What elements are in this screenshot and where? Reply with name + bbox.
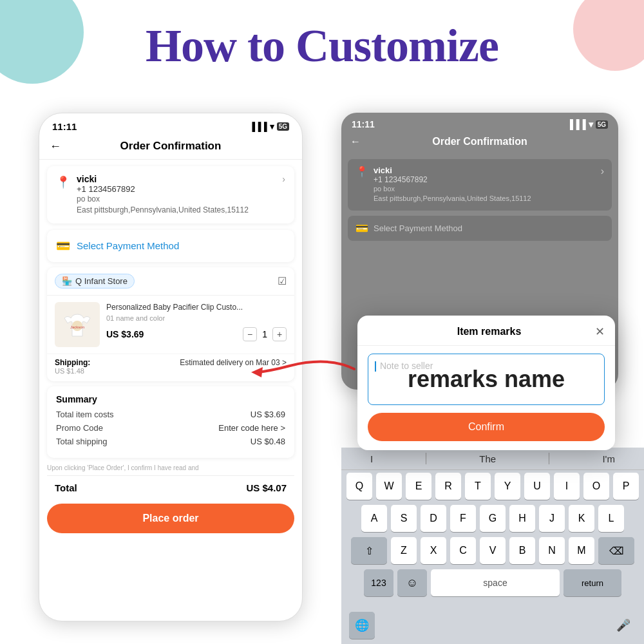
location-icon-left: 📍 (56, 175, 70, 189)
store-name-badge[interactable]: 🏪 Q Infant Store (55, 274, 135, 289)
back-arrow-left[interactable]: ← (50, 140, 61, 153)
key-i[interactable]: I (554, 473, 580, 500)
product-variant: 01 name and color (106, 314, 287, 322)
store-icon: 🏪 (62, 276, 72, 286)
blob-teal (0, 0, 84, 84)
promo-label: Promo Code (56, 423, 103, 433)
key-emoji[interactable]: ☺ (397, 569, 427, 596)
suggestion-divider-1 (426, 453, 426, 464)
network-icon: 5G (277, 122, 289, 131)
remarks-name-label: remarks name (408, 366, 565, 393)
key-b[interactable]: B (509, 537, 535, 564)
payment-icon-right: 💳 (355, 222, 368, 234)
close-icon[interactable]: ✕ (595, 325, 605, 339)
rp-address-phone: +1 1234567892 (374, 175, 531, 184)
back-arrow-right[interactable]: ← (350, 136, 361, 147)
svg-marker-3 (251, 367, 263, 377)
key-a[interactable]: A (361, 505, 387, 532)
chevron-right-rp: › (601, 166, 604, 177)
chevron-right-address-left: › (282, 174, 285, 184)
key-s[interactable]: S (391, 505, 417, 532)
address-location-left: East pittsburgh,Pennsylvania,United Stat… (77, 205, 249, 216)
note-icon[interactable]: ☑ (278, 275, 287, 287)
keyboard-row-1: Q W E R T Y U I O P (341, 470, 644, 502)
key-shift[interactable]: ⇧ (351, 537, 387, 564)
key-k[interactable]: K (569, 505, 594, 532)
key-u[interactable]: U (524, 473, 550, 500)
network-icon-right: 5G (596, 120, 608, 129)
payment-icon-left: 💳 (56, 239, 70, 253)
key-g[interactable]: G (480, 505, 506, 532)
qty-increase[interactable]: + (272, 327, 287, 341)
payment-label-left: Select Payment Method (77, 240, 179, 251)
key-q[interactable]: Q (346, 473, 372, 500)
suggestion-the[interactable]: The (479, 453, 496, 464)
key-space[interactable]: space (431, 569, 560, 596)
product-name: Personalized Baby Pacifier Clip Custo... (106, 302, 287, 313)
note-to-seller-input[interactable]: Note to seller remarks name (368, 354, 605, 405)
key-e[interactable]: E (406, 473, 431, 500)
text-cursor (375, 361, 376, 372)
key-n[interactable]: N (539, 537, 565, 564)
status-bar-right: 11:11 ▐▐▐ ▾ 5G (341, 113, 618, 132)
key-o[interactable]: O (583, 473, 609, 500)
key-j[interactable]: J (539, 505, 565, 532)
key-y[interactable]: Y (495, 473, 520, 500)
shipping-total-val: US $0.48 (251, 437, 285, 446)
key-m[interactable]: M (569, 537, 594, 564)
order-confirmation-header-left: ← Order Confirmation (39, 135, 302, 160)
disclaimer-text: Upon clicking 'Place Order', I confirm I… (39, 463, 302, 473)
keyboard-row-2: A S D F G H J K L (341, 502, 644, 535)
signal-icon-right: ▐▐▐ (567, 119, 586, 129)
key-t[interactable]: T (465, 473, 491, 500)
rp-address-location: East pittsburgh,Pennsylvania,United Stat… (374, 194, 531, 204)
payment-card-left[interactable]: 💳 Select Payment Method (47, 230, 294, 262)
item-costs-label: Total item costs (56, 410, 114, 419)
product-price: US $3.69 (106, 329, 144, 339)
product-info: Personalized Baby Pacifier Clip Custo...… (106, 302, 287, 347)
shipping-label: Shipping: (55, 358, 90, 367)
shipping-sub: US $1.48 (55, 367, 90, 375)
key-r[interactable]: R (435, 473, 461, 500)
qty-number: 1 (262, 329, 267, 339)
keyboard-extra-row: 🌐 🎤 (341, 609, 644, 644)
address-card-left[interactable]: 📍 vicki +1 1234567892 po box East pittsb… (47, 166, 294, 223)
keyboard-bottom-row: 123 ☺ space return (341, 567, 644, 609)
key-l[interactable]: L (598, 505, 624, 532)
key-return[interactable]: return (564, 569, 621, 596)
total-row: Total US $4.07 (47, 475, 294, 497)
suggestion-im[interactable]: I'm (602, 453, 615, 464)
summary-promo[interactable]: Promo Code Enter code here > (56, 423, 285, 433)
key-globe[interactable]: 🌐 (349, 612, 375, 639)
summary-item-costs: Total item costs US $3.69 (56, 410, 285, 419)
key-v[interactable]: V (480, 537, 506, 564)
key-w[interactable]: W (376, 473, 402, 500)
key-z[interactable]: Z (391, 537, 417, 564)
summary-title: Summary (56, 394, 285, 404)
key-f[interactable]: F (450, 505, 476, 532)
qty-decrease[interactable]: − (243, 327, 257, 341)
qty-control[interactable]: − 1 + (243, 327, 287, 341)
status-bar-left: 11:11 ▐▐▐ ▾ 5G (39, 113, 302, 135)
location-icon-right: 📍 (355, 166, 368, 178)
place-order-button[interactable]: Place order (47, 504, 294, 533)
svg-text:Jackson: Jackson (70, 325, 84, 329)
key-x[interactable]: X (421, 537, 446, 564)
key-p[interactable]: P (613, 473, 639, 500)
payment-row-right[interactable]: 💳 Select Payment Method (348, 216, 612, 241)
suggestion-i[interactable]: I (370, 453, 373, 464)
item-remarks-dialog: Item remarks ✕ Note to seller remarks na… (357, 316, 615, 450)
address-card-right[interactable]: 📍 vicki +1 1234567892 po box East pittsb… (348, 159, 612, 211)
key-h[interactable]: H (509, 505, 535, 532)
key-c[interactable]: C (450, 537, 476, 564)
key-num[interactable]: 123 (364, 569, 393, 596)
key-delete[interactable]: ⌫ (598, 537, 634, 564)
header-title-right: Order Confirmation (432, 136, 527, 147)
virtual-keyboard: I The I'm Q W E R T Y U I O P A S D F G … (341, 448, 644, 644)
key-mic[interactable]: 🎤 (611, 612, 636, 639)
store-name: Q Infant Store (75, 276, 128, 286)
total-val: US $4.07 (246, 482, 287, 493)
confirm-button[interactable]: Confirm (368, 413, 605, 441)
key-d[interactable]: D (421, 505, 446, 532)
payment-label-right: Select Payment Method (374, 223, 462, 233)
